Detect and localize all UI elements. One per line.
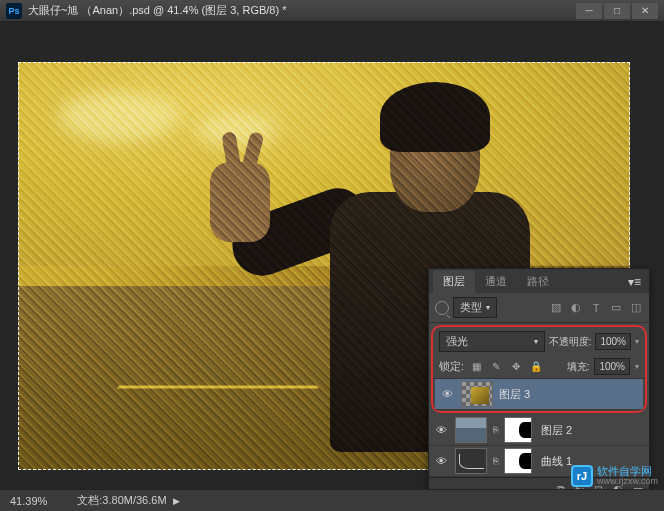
zoom-level[interactable]: 41.39%: [10, 495, 47, 507]
lock-all-icon[interactable]: 🔒: [529, 360, 543, 374]
watermark-badge: rJ: [571, 465, 593, 487]
tab-paths[interactable]: 路径: [517, 270, 559, 293]
chevron-right-icon: ▶: [171, 496, 181, 506]
window-controls: ─ □ ✕: [576, 3, 658, 19]
layer-row-selected[interactable]: 👁 图层 3: [435, 379, 643, 410]
statusbar: 41.39% 文档:3.80M/36.6M ▶: [0, 489, 664, 511]
layer-mask-thumbnail[interactable]: [504, 448, 532, 474]
maximize-button[interactable]: □: [604, 3, 630, 19]
filter-shape-icon[interactable]: ▭: [609, 301, 623, 315]
fill-label: 填充:: [567, 360, 590, 374]
tab-layers[interactable]: 图层: [433, 270, 475, 293]
lock-position-icon[interactable]: ✥: [509, 360, 523, 374]
lock-label: 锁定:: [439, 359, 464, 374]
panel-tabs: 图层 通道 路径 ▾≡: [429, 269, 649, 293]
lock-transparency-icon[interactable]: ▦: [469, 360, 483, 374]
layer-row[interactable]: 👁 ⎘ 图层 2: [429, 415, 649, 446]
lock-pixels-icon[interactable]: ✎: [489, 360, 503, 374]
fill-value[interactable]: 100%: [594, 358, 630, 375]
filter-pixel-icon[interactable]: ▧: [549, 301, 563, 315]
photoshop-icon: Ps: [6, 3, 22, 19]
blend-mode-dropdown[interactable]: 强光 ▾: [439, 331, 545, 352]
filter-icons: ▧ ◐ T ▭ ◫: [549, 301, 643, 315]
watermark: rJ 软件自学网 www.rjzxw.com: [571, 465, 658, 487]
layer-name[interactable]: 曲线 1: [541, 454, 572, 469]
opacity-chevron-icon[interactable]: ▾: [635, 337, 639, 346]
titlebar: Ps 大眼仔~旭 （Anan）.psd @ 41.4% (图层 3, RGB/8…: [0, 0, 664, 22]
highlighted-controls: 强光 ▾ 不透明度: 100% ▾ 锁定: ▦ ✎ ✥ 🔒 填充: 100% ▾…: [431, 325, 647, 413]
mask-link-icon[interactable]: ⎘: [493, 456, 498, 466]
opacity-label: 不透明度:: [549, 335, 592, 349]
visibility-toggle-icon[interactable]: 👁: [433, 454, 449, 468]
filter-type-label: 类型: [460, 300, 482, 315]
visibility-toggle-icon[interactable]: 👁: [439, 387, 455, 401]
tab-channels[interactable]: 通道: [475, 270, 517, 293]
layer-name[interactable]: 图层 3: [499, 387, 530, 402]
layer-thumbnail[interactable]: [461, 381, 493, 407]
layer-thumbnail[interactable]: [455, 417, 487, 443]
watermark-url: www.rjzxw.com: [597, 477, 658, 487]
minimize-button[interactable]: ─: [576, 3, 602, 19]
visibility-toggle-icon[interactable]: 👁: [433, 423, 449, 437]
filter-type-dropdown[interactable]: 类型 ▾: [453, 297, 497, 318]
chevron-down-icon: ▾: [486, 303, 490, 312]
layer-mask-thumbnail[interactable]: [504, 417, 532, 443]
chevron-down-icon: ▾: [534, 337, 538, 346]
lock-icons: ▦ ✎ ✥ 🔒: [469, 360, 543, 374]
mask-link-icon[interactable]: ⎘: [493, 425, 498, 435]
filter-adjustment-icon[interactable]: ◐: [569, 301, 583, 315]
fill-chevron-icon[interactable]: ▾: [635, 362, 639, 371]
adjustment-thumbnail[interactable]: [455, 448, 487, 474]
close-button[interactable]: ✕: [632, 3, 658, 19]
filter-smart-icon[interactable]: ◫: [629, 301, 643, 315]
blend-mode-row: 强光 ▾ 不透明度: 100% ▾: [433, 328, 645, 355]
lock-row: 锁定: ▦ ✎ ✥ 🔒 填充: 100% ▾: [433, 355, 645, 379]
document-title: 大眼仔~旭 （Anan）.psd @ 41.4% (图层 3, RGB/8) *: [28, 3, 286, 18]
panel-menu-icon[interactable]: ▾≡: [620, 271, 649, 293]
search-icon[interactable]: [435, 301, 449, 315]
layer-filter-row: 类型 ▾ ▧ ◐ T ▭ ◫: [429, 293, 649, 323]
blend-mode-value: 强光: [446, 334, 468, 349]
document-info[interactable]: 文档:3.80M/36.6M ▶: [77, 493, 180, 508]
opacity-value[interactable]: 100%: [595, 333, 631, 350]
layer-name[interactable]: 图层 2: [541, 423, 572, 438]
filter-type-icon[interactable]: T: [589, 301, 603, 315]
